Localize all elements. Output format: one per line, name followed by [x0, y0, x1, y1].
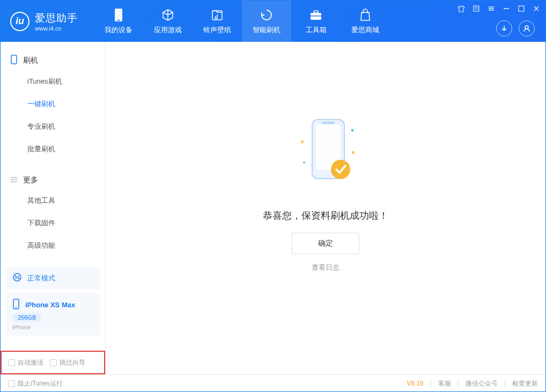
close-icon[interactable]	[532, 4, 541, 13]
shirt-icon[interactable]	[456, 4, 466, 13]
phone-outline-icon	[10, 55, 18, 66]
sidebar-item-batch-flash[interactable]: 批量刷机	[1, 138, 105, 160]
app-header: iu 爱思助手 www.i4.cn 我的设备 应用游戏 铃声壁纸 智能刷机 工具…	[1, 1, 545, 42]
menu-icon[interactable]	[486, 4, 496, 13]
svg-rect-1	[117, 20, 120, 21]
sidebar-item-advanced[interactable]: 高级功能	[1, 234, 105, 257]
divider: |	[430, 380, 432, 387]
sidebar-section-flash: 刷机 iTunes刷机 一键刷机 专业刷机 批量刷机	[1, 42, 105, 162]
checkbox-icon	[8, 359, 15, 366]
sidebar-options-highlighted: 自动激活 跳过向导	[1, 351, 105, 374]
footer-link-wechat[interactable]: 微信公众号	[466, 379, 498, 388]
version-label: V8.16	[407, 380, 423, 387]
tab-label: 智能刷机	[253, 25, 281, 35]
svg-point-31	[351, 129, 354, 132]
checkbox-skip-guide[interactable]: 跳过向导	[50, 358, 85, 367]
device-phone-icon	[12, 299, 20, 311]
app-title: 爱思助手	[35, 11, 78, 25]
refresh-shield-icon	[260, 8, 274, 22]
maximize-icon[interactable]	[517, 4, 526, 13]
footer-right: V8.16 | 客服 | 微信公众号 | 检查更新	[407, 379, 538, 388]
list-icon	[10, 176, 18, 185]
app-url: www.i4.cn	[35, 25, 78, 32]
svg-point-26	[16, 307, 17, 308]
device-icon	[112, 8, 126, 22]
checkbox-label: 阻止iTunes运行	[18, 379, 63, 388]
section-title: 刷机	[23, 56, 38, 65]
mode-icon	[12, 272, 22, 284]
device-storage-badge: 256GB	[12, 313, 41, 322]
logo-text: 爱思助手 www.i4.cn	[35, 11, 78, 32]
svg-rect-29	[322, 122, 335, 124]
svg-rect-0	[115, 9, 122, 21]
sidebar-devices: 正常模式 iPhone XS Max 256GB iPhone	[6, 267, 100, 336]
sidebar-header-more: 更多	[1, 171, 105, 189]
device-type: iPhone	[12, 324, 93, 330]
bag-icon	[358, 8, 372, 22]
nav-tabs: 我的设备 应用游戏 铃声壁纸 智能刷机 工具箱 爱思商城	[94, 1, 390, 42]
checkbox-label: 自动激活	[18, 358, 43, 367]
tab-label: 我的设备	[105, 25, 132, 35]
tab-label: 应用游戏	[154, 25, 182, 35]
checkbox-icon	[50, 359, 57, 366]
tab-my-device[interactable]: 我的设备	[94, 1, 143, 42]
tab-label: 工具箱	[306, 25, 327, 35]
footer-link-support[interactable]: 客服	[438, 379, 451, 388]
footer: 阻止iTunes运行 V8.16 | 客服 | 微信公众号 | 检查更新	[1, 374, 545, 392]
note-icon[interactable]	[471, 4, 481, 13]
sidebar-item-pro-flash[interactable]: 专业刷机	[1, 115, 105, 138]
tab-label: 铃声壁纸	[203, 25, 231, 35]
success-illustration	[283, 112, 368, 194]
mode-label: 正常模式	[27, 273, 55, 283]
sidebar-item-other-tools[interactable]: 其他工具	[1, 189, 105, 212]
music-folder-icon	[210, 8, 224, 22]
cube-icon	[161, 8, 175, 22]
logo-section: iu 爱思助手 www.i4.cn	[1, 11, 87, 32]
section-title: 更多	[23, 175, 38, 185]
sidebar-section-more: 更多 其他工具 下载固件 高级功能	[1, 162, 105, 259]
success-title: 恭喜您，保资料刷机成功啦！	[263, 209, 388, 222]
svg-rect-4	[314, 11, 318, 13]
header-actions	[496, 20, 535, 36]
mode-card[interactable]: 正常模式	[6, 267, 100, 289]
minimize-icon[interactable]	[501, 4, 511, 13]
tab-label: 爱思商城	[351, 25, 379, 35]
view-log-link[interactable]: 查看日志	[312, 263, 340, 272]
body-area: 刷机 iTunes刷机 一键刷机 专业刷机 批量刷机 更多 其他工具 下载固件 …	[1, 42, 545, 374]
sidebar-item-oneclick-flash[interactable]: 一键刷机	[1, 93, 105, 115]
toolbox-icon	[309, 8, 323, 22]
main-content: 恭喜您，保资料刷机成功啦！ 确定 查看日志	[106, 42, 545, 374]
svg-rect-17	[11, 55, 17, 64]
sidebar-item-itunes-flash[interactable]: iTunes刷机	[1, 70, 105, 93]
checkbox-block-itunes[interactable]: 阻止iTunes运行	[8, 379, 63, 388]
tab-smart-flash[interactable]: 智能刷机	[242, 1, 291, 42]
svg-rect-5	[311, 16, 321, 17]
sidebar-item-download-firmware[interactable]: 下载固件	[1, 212, 105, 234]
footer-left: 阻止iTunes运行	[8, 379, 63, 388]
user-button[interactable]	[519, 20, 535, 36]
svg-rect-6	[474, 6, 479, 11]
tab-store[interactable]: 爱思商城	[341, 1, 390, 42]
svg-point-30	[331, 160, 350, 179]
svg-point-16	[525, 26, 528, 29]
sidebar-header-flash: 刷机	[1, 50, 105, 70]
checkbox-icon	[8, 380, 15, 387]
svg-rect-13	[519, 6, 524, 11]
device-name: iPhone XS Max	[25, 301, 75, 309]
svg-point-32	[303, 161, 305, 164]
logo-icon: iu	[10, 12, 29, 31]
tab-toolbox[interactable]: 工具箱	[291, 1, 341, 42]
titlebar-controls	[456, 4, 541, 13]
divider: |	[458, 380, 459, 387]
checkbox-label: 跳过向导	[60, 358, 85, 367]
footer-link-update[interactable]: 检查更新	[512, 379, 538, 388]
tab-ringtones[interactable]: 铃声壁纸	[193, 1, 242, 42]
checkbox-auto-activate[interactable]: 自动激活	[8, 358, 43, 367]
download-button[interactable]	[496, 20, 512, 36]
tab-apps-games[interactable]: 应用游戏	[143, 1, 193, 42]
divider: |	[504, 380, 506, 387]
confirm-button[interactable]: 确定	[292, 233, 359, 254]
svg-point-22	[15, 276, 17, 277]
device-card[interactable]: iPhone XS Max 256GB iPhone	[6, 293, 100, 336]
svg-point-23	[18, 278, 20, 279]
